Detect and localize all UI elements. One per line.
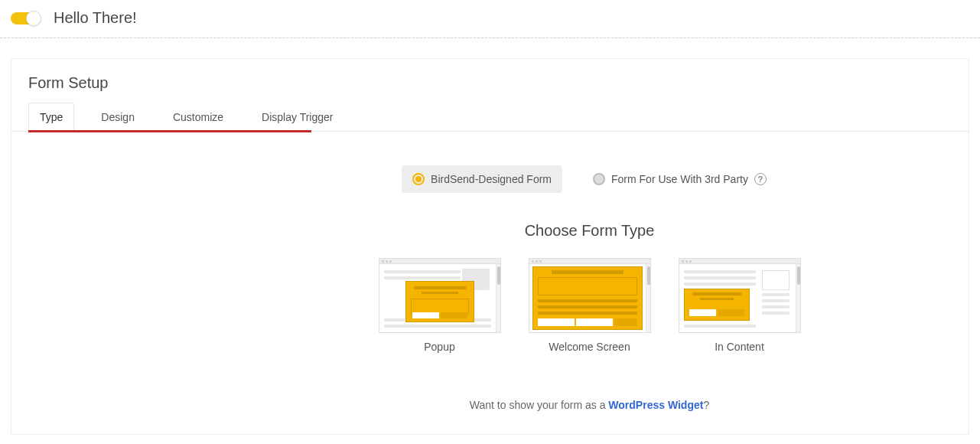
tabs-underline xyxy=(28,130,311,132)
tabs: Type Design Customize Display Trigger xyxy=(28,103,952,131)
toggle-knob xyxy=(26,11,41,26)
page-title: Hello There! xyxy=(54,9,137,27)
tab-display-trigger[interactable]: Display Trigger xyxy=(250,103,344,131)
panel-title: Form Setup xyxy=(11,59,969,103)
tabs-container: Type Design Customize Display Trigger xyxy=(11,103,969,132)
choose-form-type-heading: Choose Form Type xyxy=(525,222,655,240)
enable-toggle[interactable] xyxy=(11,12,40,24)
preview-body xyxy=(529,264,646,332)
radio-third-party[interactable]: Form For Use With 3rd Party ? xyxy=(582,165,777,193)
footer-prefix: Want to show your form as a xyxy=(470,399,609,411)
browser-chrome-icon xyxy=(379,259,500,264)
sidebar-icon xyxy=(762,270,790,324)
help-icon[interactable]: ? xyxy=(754,173,767,185)
incontent-preview xyxy=(679,258,801,333)
radio-label: Form For Use With 3rd Party xyxy=(611,173,748,185)
form-type-popup[interactable]: Popup xyxy=(379,258,501,353)
preview-body xyxy=(379,264,496,332)
radio-unselected-icon xyxy=(593,173,605,185)
radio-birdsend-designed[interactable]: BirdSend-Designed Form xyxy=(402,165,562,193)
browser-chrome-icon xyxy=(529,259,650,264)
form-type-label: In Content xyxy=(715,341,764,353)
tab-label: Display Trigger xyxy=(262,111,333,123)
incontent-box-icon xyxy=(684,289,750,321)
tab-label: Design xyxy=(101,111,135,123)
popup-box-icon xyxy=(405,281,474,322)
scrollbar-icon xyxy=(646,264,650,332)
radio-selected-icon xyxy=(412,173,425,185)
form-source-radio-group: BirdSend-Designed Form Form For Use With… xyxy=(402,165,777,193)
form-type-label: Welcome Screen xyxy=(549,341,630,353)
form-type-welcome-screen[interactable]: Welcome Screen xyxy=(529,258,651,353)
welcome-box-icon xyxy=(532,266,643,330)
tab-content-type: BirdSend-Designed Form Form For Use With… xyxy=(11,132,969,434)
tab-customize[interactable]: Customize xyxy=(161,103,235,131)
form-type-in-content[interactable]: In Content xyxy=(679,258,801,353)
form-setup-panel: Form Setup Type Design Customize Display… xyxy=(11,58,969,435)
form-type-cards: Popup xyxy=(379,258,801,353)
tab-design[interactable]: Design xyxy=(90,103,146,131)
scrollbar-icon xyxy=(796,264,800,332)
popup-preview xyxy=(379,258,501,333)
radio-label: BirdSend-Designed Form xyxy=(431,173,552,185)
form-type-label: Popup xyxy=(424,341,454,353)
wordpress-widget-prompt: Want to show your form as a WordPress Wi… xyxy=(470,399,709,411)
scrollbar-icon xyxy=(496,264,500,332)
header-row: Hello There! xyxy=(0,0,980,38)
browser-chrome-icon xyxy=(679,259,800,264)
wordpress-widget-link[interactable]: WordPress Widget xyxy=(608,399,703,411)
tab-label: Customize xyxy=(173,111,223,123)
preview-body xyxy=(679,264,796,332)
footer-suffix: ? xyxy=(703,399,709,411)
welcome-preview xyxy=(529,258,651,333)
tab-label: Type xyxy=(40,111,63,123)
tab-type[interactable]: Type xyxy=(28,103,74,132)
